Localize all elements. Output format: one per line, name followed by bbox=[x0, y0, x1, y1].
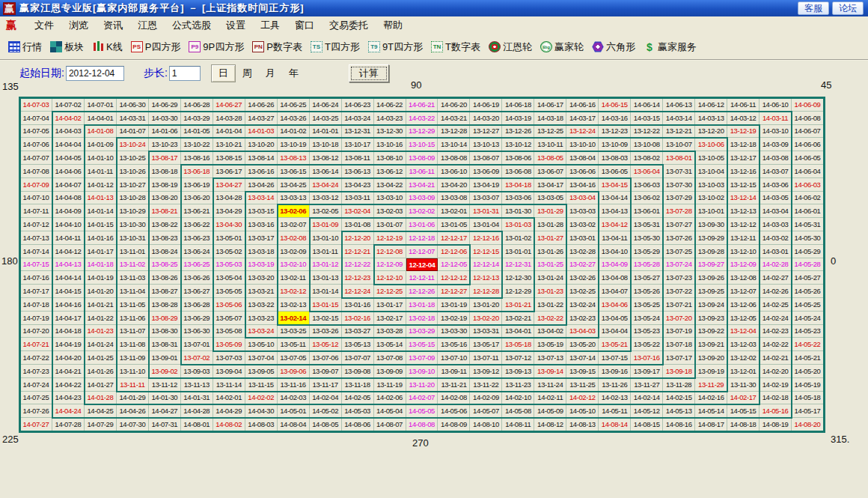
gann-cell[interactable]: 13-08-17 bbox=[149, 151, 181, 165]
gann-cell[interactable]: 13-07-29 bbox=[663, 192, 695, 205]
gann-cell[interactable]: 13-04-12 bbox=[599, 218, 631, 231]
gann-cell[interactable]: 13-02-27 bbox=[566, 258, 599, 272]
gann-cell[interactable]: 14-02-08 bbox=[438, 392, 470, 405]
gann-cell[interactable]: 13-09-05 bbox=[245, 365, 278, 378]
gann-cell[interactable]: 14-03-28 bbox=[213, 112, 245, 125]
gann-cell[interactable]: 14-05-12 bbox=[631, 404, 663, 418]
gann-cell[interactable]: 14-02-22 bbox=[760, 338, 792, 351]
gann-cell[interactable]: 13-05-10 bbox=[245, 338, 278, 351]
gann-cell[interactable]: 13-09-16 bbox=[599, 365, 631, 378]
gann-cell[interactable]: 13-06-07 bbox=[534, 165, 566, 178]
gann-cell[interactable]: 14-07-20 bbox=[20, 325, 52, 338]
customer-service-button[interactable]: 客服 bbox=[798, 1, 829, 15]
gann-cell[interactable]: 13-04-02 bbox=[534, 325, 566, 338]
gann-cell[interactable]: 14-01-26 bbox=[85, 365, 117, 378]
gann-cell[interactable]: 13-06-03 bbox=[631, 178, 663, 192]
gann-cell[interactable]: 14-02-07 bbox=[406, 392, 438, 405]
gann-cell[interactable]: 14-04-18 bbox=[52, 325, 85, 338]
gann-cell[interactable]: 13-05-17 bbox=[470, 338, 502, 351]
gann-cell[interactable]: 14-08-06 bbox=[342, 418, 374, 431]
gann-cell[interactable]: 13-12-15 bbox=[727, 178, 760, 192]
gann-cell[interactable]: 13-09-28 bbox=[695, 245, 727, 258]
toolbar-item-3[interactable]: PSP四方形 bbox=[131, 40, 181, 54]
gann-cell[interactable]: 13-12-16 bbox=[727, 165, 760, 178]
gann-cell[interactable]: 13-06-05 bbox=[599, 165, 631, 178]
gann-cell[interactable]: 13-10-29 bbox=[117, 204, 149, 218]
gann-cell[interactable]: 14-02-01 bbox=[213, 392, 245, 405]
gann-cell[interactable]: 14-07-29 bbox=[85, 418, 117, 431]
gann-cell[interactable]: 14-01-29 bbox=[117, 392, 149, 405]
gann-cell[interactable]: 13-11-04 bbox=[117, 285, 149, 298]
menu-item-8[interactable]: 交易委托 bbox=[322, 17, 376, 34]
gann-cell[interactable]: 14-05-13 bbox=[663, 404, 695, 418]
gann-cell[interactable]: 13-12-01 bbox=[727, 365, 760, 378]
gann-cell[interactable]: 13-02-26 bbox=[566, 271, 599, 285]
gann-cell[interactable]: 13-05-21 bbox=[599, 338, 631, 351]
gann-cell[interactable]: 14-05-30 bbox=[792, 231, 824, 245]
start-date-input[interactable]: 2012-12-04 bbox=[66, 66, 124, 81]
gann-cell[interactable]: 13-11-19 bbox=[374, 378, 406, 392]
gann-cell[interactable]: 13-12-17 bbox=[727, 151, 760, 165]
gann-cell[interactable]: 13-10-03 bbox=[695, 178, 727, 192]
gann-cell[interactable]: 14-08-01 bbox=[181, 418, 213, 431]
gann-cell[interactable]: 14-02-09 bbox=[470, 392, 502, 405]
gann-cell[interactable]: 14-05-05 bbox=[406, 404, 438, 418]
gann-cell[interactable]: 13-03-25 bbox=[278, 325, 310, 338]
gann-cell[interactable]: 13-12-10 bbox=[727, 245, 760, 258]
toolbar-item-1[interactable]: 板块 bbox=[50, 40, 84, 54]
period-option-1[interactable]: 周 bbox=[236, 65, 259, 82]
gann-cell[interactable]: 14-08-18 bbox=[727, 418, 760, 431]
gann-cell[interactable]: 13-01-21 bbox=[502, 298, 534, 312]
gann-cell[interactable]: 14-04-19 bbox=[52, 338, 85, 351]
gann-cell[interactable]: 13-01-25 bbox=[534, 258, 566, 272]
gann-cell[interactable]: 14-04-01 bbox=[85, 112, 117, 125]
gann-cell[interactable]: 13-12-14 bbox=[727, 192, 760, 205]
gann-cell[interactable]: 13-08-31 bbox=[149, 338, 181, 351]
gann-cell[interactable]: 13-05-23 bbox=[631, 325, 663, 338]
gann-cell[interactable]: 13-04-28 bbox=[213, 192, 245, 205]
gann-cell[interactable]: 13-10-27 bbox=[117, 178, 149, 192]
toolbar-item-10[interactable]: Big赢家轮 bbox=[540, 40, 584, 54]
gann-cell[interactable]: 14-04-10 bbox=[52, 218, 85, 231]
gann-cell[interactable]: 14-03-16 bbox=[599, 112, 631, 125]
gann-cell[interactable]: 14-04-27 bbox=[149, 404, 181, 418]
gann-cell[interactable]: 13-10-05 bbox=[695, 151, 727, 165]
gann-cell[interactable]: 13-10-30 bbox=[117, 218, 149, 231]
gann-cell[interactable]: 13-05-07 bbox=[213, 312, 245, 325]
gann-cell[interactable]: 13-03-18 bbox=[245, 245, 278, 258]
gann-cell[interactable]: 13-09-22 bbox=[695, 325, 727, 338]
gann-cell[interactable]: 13-01-31 bbox=[470, 204, 502, 218]
gann-cell[interactable]: 13-12-28 bbox=[438, 125, 470, 139]
toolbar-item-2[interactable]: K线 bbox=[92, 40, 123, 54]
gann-cell[interactable]: 14-02-14 bbox=[631, 392, 663, 405]
gann-cell[interactable]: 13-10-04 bbox=[695, 165, 727, 178]
gann-cell[interactable]: 14-06-24 bbox=[310, 98, 342, 112]
gann-cell[interactable]: 13-08-07 bbox=[470, 151, 502, 165]
gann-cell[interactable]: 14-07-21 bbox=[20, 338, 52, 351]
gann-cell[interactable]: 13-02-01 bbox=[438, 204, 470, 218]
gann-cell[interactable]: 13-03-03 bbox=[566, 204, 599, 218]
gann-cell[interactable]: 13-12-26 bbox=[502, 125, 534, 139]
gann-cell[interactable]: 13-02-05 bbox=[310, 204, 342, 218]
gann-cell[interactable]: 14-04-12 bbox=[52, 245, 85, 258]
gann-cell[interactable]: 14-06-25 bbox=[278, 98, 310, 112]
gann-cell[interactable]: 14-04-16 bbox=[52, 298, 85, 312]
gann-cell[interactable]: 13-10-25 bbox=[117, 151, 149, 165]
gann-cell[interactable]: 13-10-18 bbox=[310, 138, 342, 151]
gann-cell[interactable]: 13-02-11 bbox=[278, 271, 310, 285]
gann-cell[interactable]: 13-03-13 bbox=[278, 192, 310, 205]
gann-cell[interactable]: 13-02-04 bbox=[342, 204, 374, 218]
gann-cell[interactable]: 14-03-24 bbox=[342, 112, 374, 125]
gann-cell[interactable]: 14-01-03 bbox=[245, 125, 278, 139]
gann-cell[interactable]: 14-06-03 bbox=[792, 178, 824, 192]
gann-cell[interactable]: 12-12-17 bbox=[438, 231, 470, 245]
gann-cell[interactable]: 14-01-15 bbox=[85, 218, 117, 231]
gann-cell[interactable]: 13-11-03 bbox=[117, 271, 149, 285]
gann-cell[interactable]: 12-12-10 bbox=[374, 271, 406, 285]
gann-cell[interactable]: 14-03-30 bbox=[149, 112, 181, 125]
gann-cell[interactable]: 13-02-09 bbox=[278, 245, 310, 258]
gann-cell[interactable]: 13-02-12 bbox=[278, 285, 310, 298]
menu-item-1[interactable]: 浏览 bbox=[61, 17, 96, 34]
gann-cell[interactable]: 13-11-17 bbox=[310, 378, 342, 392]
gann-cell[interactable]: 13-07-06 bbox=[310, 351, 342, 365]
